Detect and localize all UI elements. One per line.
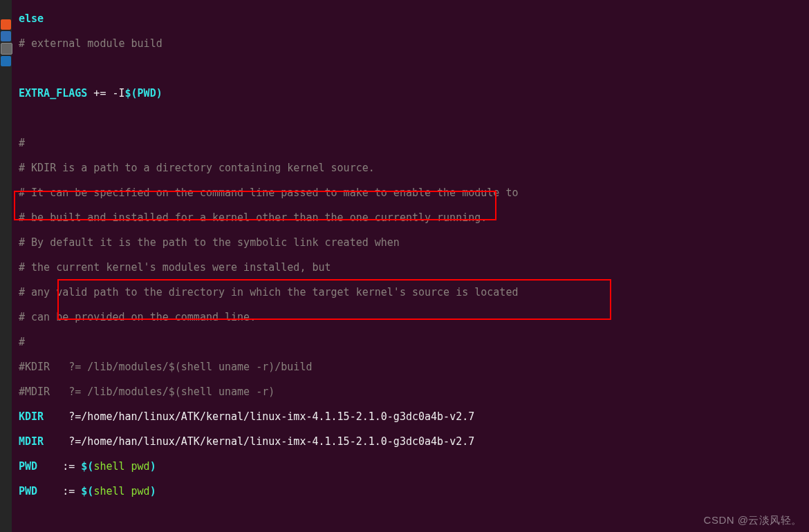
var-kdir: KDIR xyxy=(19,410,44,423)
comment: #MDIR ?= /lib/modules/$(shell uname -r) xyxy=(19,386,275,398)
comment: # xyxy=(19,137,25,149)
operator: ?= xyxy=(44,435,81,448)
comment: # external module build xyxy=(19,37,162,50)
comment: # be built and installed for a kernel ot… xyxy=(19,211,487,224)
var-ref-pwd: $(PWD) xyxy=(125,87,162,99)
operator: += -I xyxy=(87,87,124,99)
dollar-open: $( xyxy=(81,485,93,497)
path-literal: /home/han/linux/ATK/kernal/linux-imx-4.1… xyxy=(81,435,474,448)
path-literal: /home/han/linux/ATK/kernal/linux-imx-4.1… xyxy=(81,410,474,423)
sidebar-app-icon[interactable] xyxy=(1,43,12,55)
sidebar-app-icon[interactable] xyxy=(1,31,11,41)
comment: #KDIR ?= /lib/modules/$(shell uname -r)/… xyxy=(19,361,312,373)
comment: # the current kernel's modules were inst… xyxy=(19,261,331,274)
var-pwd: PWD xyxy=(19,460,37,473)
code-editor[interactable]: else # external module build EXTRA_FLAGS… xyxy=(12,0,809,532)
cmd-pwd: pwd xyxy=(131,460,150,473)
func-shell: shell xyxy=(93,460,131,473)
comment: # It can be specified on the command lin… xyxy=(19,187,518,199)
comment: # KDIR is a path to a directory containi… xyxy=(19,162,375,174)
cmd-pwd: pwd xyxy=(131,485,150,497)
var-extra-flags: EXTRA_FLAGS xyxy=(19,87,87,99)
sidebar-launcher-icon[interactable] xyxy=(1,19,11,30)
dollar-close: ) xyxy=(150,485,156,497)
dollar-close: ) xyxy=(150,460,156,473)
operator: ?= xyxy=(44,410,81,423)
activity-bar xyxy=(0,0,12,532)
sidebar-app-icon[interactable] xyxy=(1,56,11,66)
operator: := xyxy=(37,460,81,473)
operator: := xyxy=(37,485,81,497)
var-pwd: PWD xyxy=(19,485,37,497)
func-shell: shell xyxy=(93,485,131,497)
dollar-open: $( xyxy=(81,460,93,473)
comment: # xyxy=(19,336,25,348)
keyword-else: else xyxy=(19,12,44,25)
comment: # By default it is the path to the symbo… xyxy=(19,236,400,249)
comment: # any valid path to the directory in whi… xyxy=(19,286,518,298)
var-mdir: MDIR xyxy=(19,435,44,448)
comment: # can be provided on the command line. xyxy=(19,311,256,323)
